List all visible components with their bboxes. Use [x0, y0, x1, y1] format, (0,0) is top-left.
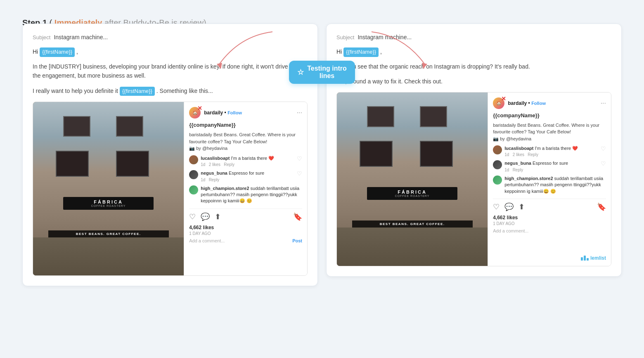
ig-comment-avatar-3-right	[493, 175, 502, 185]
lemlist-text: lemlist	[590, 255, 606, 261]
ig-share-icon-left[interactable]: ⬆	[215, 212, 221, 221]
ig-comment-1-left: lucaslisboapt I'm a barista there ❤️ 1d …	[189, 155, 302, 167]
paragraph2-left: I really want to help you definite it {{…	[33, 86, 308, 96]
paragraph1-left: In the [INDUSTRY] business, developing y…	[33, 62, 308, 81]
instagram-preview-right: FÁBRICA COFFEE ROASTERY BEST BEANS. GREA…	[336, 92, 611, 266]
ig-actions-right: ♡ 💬 ⬆ 🔖	[493, 199, 606, 211]
subject-line-left: Subject Instagram machine...	[33, 34, 308, 40]
ig-username-left: bardaily	[204, 110, 223, 116]
lemlist-bars-icon	[581, 256, 589, 261]
ig-comment-2-left: negus_buna Espresso for sure 1d Reply ♡	[189, 170, 302, 182]
ig-comment-avatar-2-left	[189, 170, 198, 179]
ig-comment-3-right: high_champion.store2 suddah terillambatt…	[493, 175, 606, 194]
subject-label-right: Subject	[336, 34, 354, 40]
building-bg-left: FÁBRICA COFFEE ROASTERY BEST BEANS. GREA…	[33, 102, 184, 275]
email-panel-right: Subject Instagram machine... Hi {{firstN…	[326, 24, 622, 277]
instagram-photo-left: FÁBRICA COFFEE ROASTERY BEST BEANS. GREA…	[33, 102, 184, 275]
testing-badge-label: Testing introlines	[307, 65, 347, 80]
subject-label-left: Subject	[33, 34, 50, 40]
ig-follow-left[interactable]: Follow	[227, 110, 242, 115]
ig-username-right: bardaily	[508, 100, 527, 106]
ig-comment-content-3-left: high_champion.store2 suddah terillambatt…	[201, 185, 302, 204]
email-panel-left: Subject Instagram machine... Hi {{firstN…	[22, 24, 318, 286]
instagram-sidebar-left: 🏠 ✕ bardaily • Follow ··· {{	[184, 102, 307, 275]
ig-follow-right[interactable]: Follow	[531, 101, 546, 106]
ig-comment-content-2-left: negus_buna Espresso for sure 1d Reply	[201, 170, 264, 182]
ig-comment-text-2-left: negus_buna Espresso for sure	[201, 170, 264, 176]
ig-actions-left: ♡ 💬 ⬆ 🔖	[189, 209, 302, 221]
add-comment-row-right: Add a comment...	[493, 228, 606, 233]
hi-text-right: Hi	[336, 48, 342, 55]
ig-like-icon-left[interactable]: ♡	[189, 212, 196, 221]
ig-post-header-right: 🏠 ✕ bardaily • Follow ···	[493, 97, 606, 109]
subject-value-right: Instagram machine...	[358, 34, 412, 40]
ig-like-icon-right[interactable]: ♡	[493, 202, 500, 211]
ig-comment-avatar-1-right	[493, 145, 502, 154]
paragraph2-before-left: I really want to help you definite it	[33, 88, 118, 94]
red-x-right: ✕	[501, 96, 506, 102]
ig-comment-icon-right[interactable]: 💬	[504, 202, 514, 211]
ig-timestamp-left: 1 day ago	[189, 231, 302, 236]
ig-comment-meta-1-right: 1d 2 likes Reply	[504, 152, 578, 157]
ig-bookmark-right[interactable]: 🔖	[597, 202, 606, 211]
ig-dots-left: ···	[297, 109, 302, 116]
subject-line-right: Subject Instagram machine...	[336, 34, 611, 40]
add-comment-text-right[interactable]: Add a comment...	[493, 228, 528, 233]
ig-comment-avatar-1-left	[189, 155, 198, 164]
ig-comment-content-2-right: negus_buna Espresso for sure 1d Reply	[504, 160, 568, 172]
ig-timestamp-right: 1 day ago	[493, 221, 606, 226]
hi-line-right: Hi {{firstName}} ,	[336, 47, 611, 57]
ig-heart-1-left: ♡	[297, 155, 302, 162]
paragraph1-right: Did you see that the organic reach on In…	[336, 62, 611, 71]
ig-comment-avatar-3-left	[189, 185, 198, 194]
ig-avatar-right: 🏠 ✕	[493, 97, 504, 109]
ig-comment-content-1-right: lucaslisboapt I'm a barista there ❤️ 1d …	[504, 145, 578, 157]
ig-comment-text-1-right: lucaslisboapt I'm a barista there ❤️	[504, 145, 578, 152]
ig-comment-meta-2-right: 1d Reply	[504, 168, 568, 172]
ig-comment-meta-2-left: 1d Reply	[201, 178, 264, 182]
ig-comment-icon-left[interactable]: 💬	[201, 212, 210, 221]
firstname-tag2-left: {{firstName}}	[120, 87, 155, 96]
ig-username-container-left: bardaily • Follow	[204, 110, 242, 116]
ig-comment-content-3-right: high_champion.store2 suddah terillambatt…	[504, 175, 606, 194]
paragraph2-right: But, I found a way to fix it. Check this…	[336, 77, 611, 86]
ig-bookmark-left[interactable]: 🔖	[293, 212, 302, 221]
ig-comments-right: lucaslisboapt I'm a barista there ❤️ 1d …	[493, 145, 606, 194]
ig-likes-right: 4,662 likes	[493, 215, 606, 220]
ig-description-left: baristadaily Best Beans. Great Coffee. W…	[189, 131, 302, 152]
ig-heart-2-left: ♡	[297, 170, 302, 177]
firstname-tag-right: {{firstName}}	[343, 47, 379, 57]
panels-wrapper: ☆ Testing introlines Subject Instagram m…	[22, 36, 622, 286]
ig-heart-1-right: ♡	[601, 145, 606, 152]
lemlist-bar-2	[584, 256, 586, 261]
lemlist-text-list: list	[599, 255, 606, 261]
building-bg-right: FÁBRICA COFFEE ROASTERY BEST BEANS. GREA…	[337, 92, 488, 266]
add-comment-text-left[interactable]: Add a comment...	[189, 238, 225, 243]
ig-comment-meta-1-left: 1d 2 likes Reply	[201, 162, 274, 167]
ig-comment-text-3-left: high_champion.store2 suddah terillambatt…	[201, 185, 302, 204]
email-body-right: Hi {{firstName}} , Did you see that the …	[336, 47, 611, 86]
lemlist-text-lem: lem	[590, 255, 599, 261]
lemlist-logo: lemlist	[581, 255, 606, 261]
ig-comment-text-1-left: lucaslisboapt I'm a barista there ❤️	[201, 155, 274, 161]
ig-comment-3-left: high_champion.store2 suddah terillambatt…	[189, 185, 302, 204]
red-x-left: ✕	[197, 105, 202, 111]
ig-share-icon-right[interactable]: ⬆	[519, 202, 525, 211]
lemlist-bar-1	[581, 257, 583, 261]
paragraph2-after-left: . Something like this...	[156, 88, 213, 94]
post-btn-left[interactable]: Post	[292, 238, 302, 243]
page-wrapper: Step 1 ( Immediately after Buddy-to-Be i…	[10, 10, 634, 294]
ig-company-name-left: {{companyName}}	[189, 122, 302, 128]
ig-likes-left: 4,662 likes	[189, 225, 302, 230]
hi-line-left: Hi {{firstName}} ,	[33, 47, 308, 57]
email-body-left: Hi {{firstName}} , In the [INDUSTRY] bus…	[33, 47, 308, 96]
hi-text-left: Hi	[33, 48, 38, 55]
ig-dots-right: ···	[601, 100, 606, 107]
ig-avatar-left: 🏠 ✕	[189, 107, 201, 119]
ig-description-right: baristadaily Best Beans. Great Coffee. W…	[493, 122, 606, 142]
testing-intro-badge[interactable]: ☆ Testing introlines	[289, 61, 355, 84]
ig-username-container-right: bardaily • Follow	[508, 100, 546, 106]
ig-comments-left: lucaslisboapt I'm a barista there ❤️ 1d …	[189, 155, 302, 204]
ig-comment-avatar-2-right	[493, 160, 502, 169]
ig-comment-text-3-right: high_champion.store2 suddah terillambatt…	[504, 175, 606, 194]
